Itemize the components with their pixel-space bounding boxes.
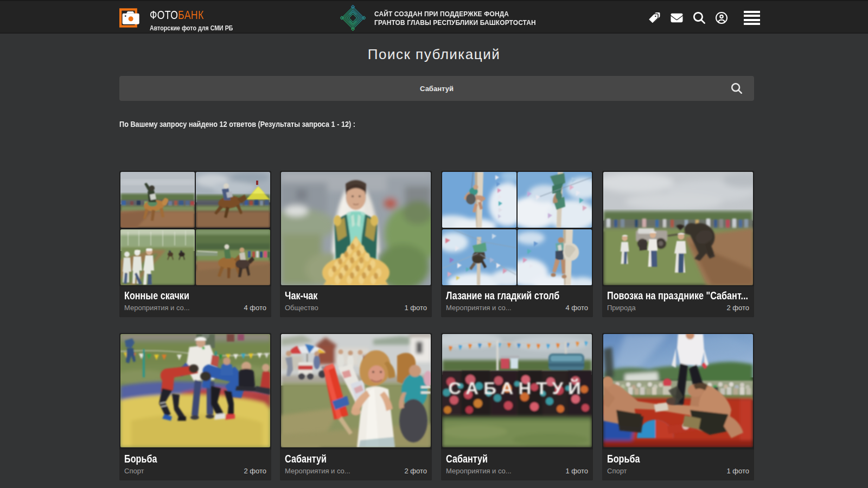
svg-text:САБАНТУЙ: САБАНТУЙ	[448, 378, 585, 398]
